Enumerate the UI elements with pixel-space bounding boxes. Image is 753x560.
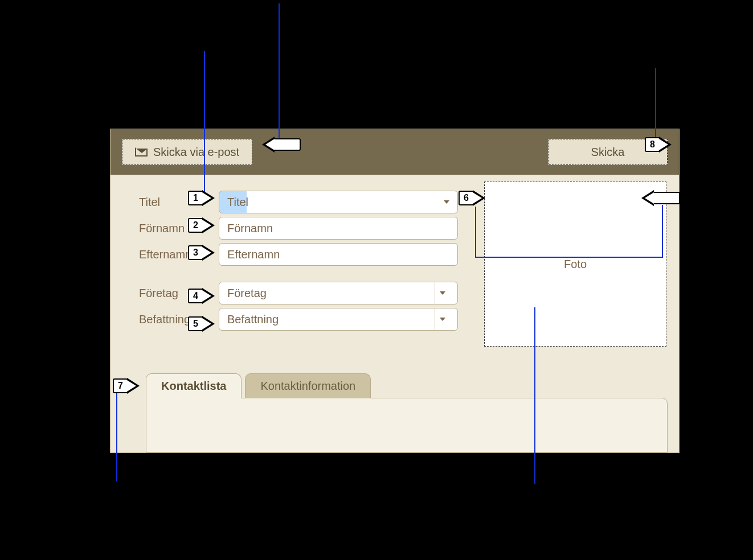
combo-arrow <box>435 308 449 330</box>
arrow-right-icon <box>202 288 215 304</box>
lastname-placeholder: Efternamn <box>227 248 280 261</box>
photo-dropzone[interactable]: Foto <box>484 182 666 347</box>
callout-1-label: 1 <box>188 191 203 205</box>
arrow-right-icon <box>202 245 215 261</box>
position-placeholder: Befattning <box>227 313 279 326</box>
send-via-email-label: Skicka via e-post <box>153 146 239 159</box>
callout-3-label: 3 <box>188 245 203 260</box>
leader-line <box>279 3 280 138</box>
tab-contact-list[interactable]: Kontaktlista <box>146 373 242 398</box>
firstname-placeholder: Förnamn <box>227 222 273 235</box>
title-field[interactable]: Titel <box>219 191 458 213</box>
company-field[interactable]: Företag <box>219 282 458 304</box>
callout-3: 3 <box>188 245 215 261</box>
arrow-left-icon <box>262 137 275 153</box>
combo-arrow <box>435 282 449 304</box>
callout-plain <box>262 137 301 153</box>
callout-6: 6 <box>459 190 485 206</box>
arrow-right-icon <box>202 217 215 233</box>
tab-contact-info[interactable]: Kontaktinformation <box>245 373 371 398</box>
arrow-left-icon <box>641 190 654 206</box>
chevron-down-icon <box>444 200 449 204</box>
leader-line <box>475 257 663 258</box>
callout-4: 4 <box>188 288 215 304</box>
firstname-field[interactable]: Förnamn <box>219 217 458 240</box>
title-placeholder: Titel <box>227 196 248 209</box>
lastname-field[interactable]: Efternamn <box>219 243 458 266</box>
arrow-right-icon <box>473 190 485 206</box>
callout-empty-box <box>273 138 301 151</box>
callout-8: 8 <box>645 137 672 153</box>
callout-1: 1 <box>188 190 215 206</box>
callout-2: 2 <box>188 217 215 233</box>
chevron-down-icon <box>440 291 445 295</box>
callout-6-label: 6 <box>459 191 474 205</box>
position-field[interactable]: Befattning <box>219 308 458 331</box>
leader-line <box>116 392 117 481</box>
callout-2-label: 2 <box>188 218 203 233</box>
callout-5-label: 5 <box>188 316 203 331</box>
tab-body <box>146 398 668 452</box>
callout-8-label: 8 <box>645 137 660 152</box>
tab-contact-info-label: Kontaktinformation <box>260 380 355 393</box>
toolbar: Skicka via e-post Skicka <box>111 129 679 175</box>
leader-line <box>204 51 205 192</box>
tabs: Kontaktlista Kontaktinformation <box>146 373 668 452</box>
company-placeholder: Företag <box>227 287 267 300</box>
send-via-email-button[interactable]: Skicka via e-post <box>122 139 252 165</box>
arrow-right-icon <box>659 137 672 153</box>
send-button-label: Skicka <box>591 146 625 159</box>
leader-line <box>475 207 476 258</box>
callout-empty-box <box>653 192 680 204</box>
arrow-right-icon <box>202 316 215 332</box>
callout-plain <box>641 190 680 206</box>
leader-line <box>662 205 663 258</box>
leader-line <box>534 307 535 484</box>
arrow-right-icon <box>202 190 215 206</box>
stage: Skicka via e-post Skicka Titel Titel För… <box>0 0 753 560</box>
tab-row: Kontaktlista Kontaktinformation <box>146 373 668 398</box>
chevron-down-icon <box>440 318 445 321</box>
callout-4-label: 4 <box>188 289 203 303</box>
photo-label: Foto <box>564 258 587 271</box>
callout-5: 5 <box>188 316 215 332</box>
leader-line <box>655 68 656 140</box>
mail-icon <box>135 147 148 157</box>
callout-7-label: 7 <box>113 378 128 393</box>
tab-contact-list-label: Kontaktlista <box>161 380 226 393</box>
callout-7: 7 <box>113 378 140 394</box>
arrow-right-icon <box>127 378 140 394</box>
